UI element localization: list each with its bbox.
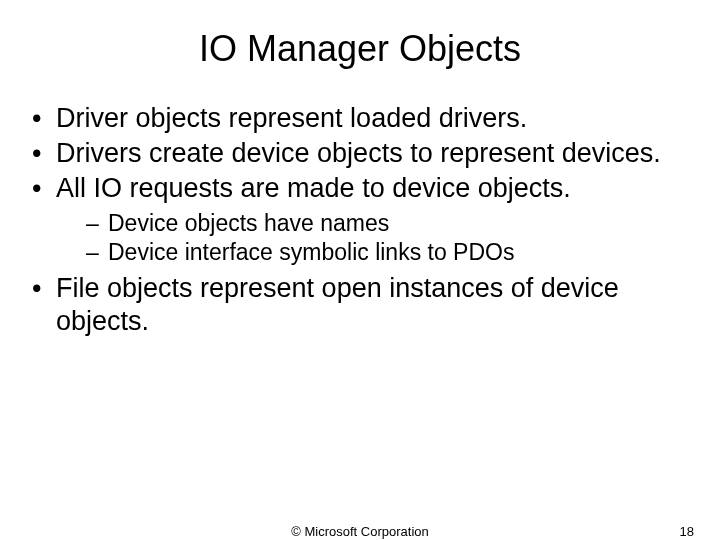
sub-bullet-item: Device interface symbolic links to PDOs bbox=[56, 238, 694, 266]
sub-bullet-list: Device objects have names Device interfa… bbox=[56, 209, 694, 266]
bullet-list: Driver objects represent loaded drivers.… bbox=[26, 102, 694, 338]
slide: IO Manager Objects Driver objects repres… bbox=[0, 0, 720, 540]
bullet-item: All IO requests are made to device objec… bbox=[26, 172, 694, 266]
sub-bullet-item: Device objects have names bbox=[56, 209, 694, 237]
bullet-text: All IO requests are made to device objec… bbox=[56, 173, 571, 203]
bullet-item: Driver objects represent loaded drivers. bbox=[26, 102, 694, 135]
copyright-text: © Microsoft Corporation bbox=[0, 524, 720, 539]
bullet-item: Drivers create device objects to represe… bbox=[26, 137, 694, 170]
slide-title: IO Manager Objects bbox=[0, 0, 720, 102]
slide-content: Driver objects represent loaded drivers.… bbox=[0, 102, 720, 338]
page-number: 18 bbox=[680, 524, 694, 539]
bullet-item: File objects represent open instances of… bbox=[26, 272, 694, 338]
